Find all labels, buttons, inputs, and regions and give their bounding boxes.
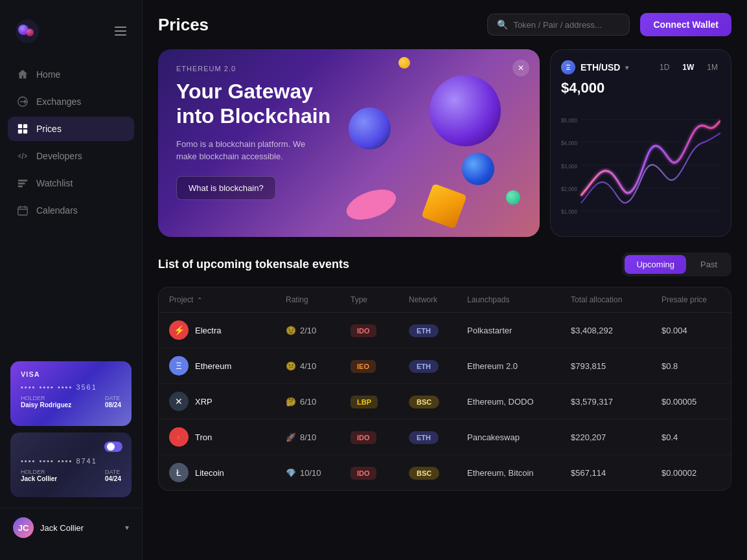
eth-icon: Ξ xyxy=(561,60,575,74)
rating-value: 8/10 xyxy=(300,432,316,442)
type-cell: IEO xyxy=(351,360,409,372)
project-name: Litecoin xyxy=(195,468,224,478)
chevron-down-icon: ▾ xyxy=(125,523,129,532)
sidebar-item-exchanges[interactable]: Exchanges xyxy=(8,89,134,114)
search-icon: 🔍 xyxy=(497,19,508,30)
table-body: ⚡ Electra 😟 2/10 IDO ETH Polkastarter $3… xyxy=(159,313,731,490)
project-cell: ⚡ Electra xyxy=(169,320,286,340)
launchpads-cell: Polkastarter xyxy=(467,326,571,335)
project-name: Electra xyxy=(195,326,221,335)
card-section: VISA •••• •••• •••• 3561 Holder Daisy Ro… xyxy=(0,351,142,508)
network-badge: ETH xyxy=(409,360,439,373)
chart-svg: $5,000 $4,000 $3,000 $2,000 $1,000 xyxy=(561,104,720,226)
type-badge: IEO xyxy=(351,360,376,373)
chart-timeframes: 1D 1W 1M xyxy=(657,62,720,73)
table-row[interactable]: ✕ XRP 🤔 6/10 LBP BSC Ethereum, DODO $3,5… xyxy=(159,384,731,420)
svg-rect-11 xyxy=(18,207,27,216)
card-holder-value-2: Jack Collier xyxy=(21,475,57,482)
card-date-label-2: Date xyxy=(105,469,121,475)
rating-cell: 💎 10/10 xyxy=(286,468,351,478)
menu-icon[interactable] xyxy=(115,27,126,36)
yellow-dot-shape xyxy=(506,190,520,205)
card-toggle-2[interactable] xyxy=(104,442,122,452)
watchlist-icon xyxy=(17,177,29,189)
table-row[interactable]: ⚡ Electra 😟 2/10 IDO ETH Polkastarter $3… xyxy=(159,313,731,348)
th-total-allocation: Total allocation xyxy=(571,295,661,304)
type-cell: IDO xyxy=(351,324,409,336)
calendars-icon xyxy=(17,205,29,216)
toggle-tabs: Upcoming Past xyxy=(622,252,731,276)
chart-card: Ξ ETH/USD ▾ 1D 1W 1M $4,000 xyxy=(550,49,731,237)
hero-cta-button[interactable]: What is blockchain? xyxy=(176,176,276,200)
tf-1d[interactable]: 1D xyxy=(657,62,672,73)
th-presale-price: Presale price xyxy=(661,295,731,304)
table-row[interactable]: Ł Litecoin 💎 10/10 IDO BSC Ethereum, Bit… xyxy=(159,455,731,490)
sidebar-item-developers-label: Developers xyxy=(36,151,82,161)
app-logo-icon xyxy=(16,19,39,43)
total-allocation-cell: $567,114 xyxy=(571,468,661,478)
tf-1m[interactable]: 1M xyxy=(704,62,720,73)
sidebar-item-home[interactable]: Home xyxy=(8,62,134,87)
search-input[interactable] xyxy=(513,20,620,30)
table-row[interactable]: Ξ Ethereum 😕 4/10 IEO ETH Ethereum 2.0 $… xyxy=(159,348,731,384)
type-badge: IDO xyxy=(351,431,376,444)
sidebar-user[interactable]: JC Jack Collier ▾ xyxy=(0,508,142,547)
card-date-group-2: Date 04/24 xyxy=(105,469,121,482)
network-cell: ETH xyxy=(409,324,467,336)
th-launchpads: Launchpads xyxy=(467,295,571,304)
launchpads-cell: Ethereum, DODO xyxy=(467,397,571,407)
chart-pair: Ξ ETH/USD ▾ xyxy=(561,60,628,74)
project-cell: 🔺 Tron xyxy=(169,427,286,447)
network-cell: ETH xyxy=(409,360,467,372)
card-holder-label-1: Holder xyxy=(21,395,71,401)
presale-price-cell: $0.4 xyxy=(661,432,731,442)
home-icon xyxy=(17,69,29,80)
header: Prices 🔍 Connect Wallet xyxy=(158,13,731,36)
svg-point-2 xyxy=(26,28,34,36)
svg-text:$3,000: $3,000 xyxy=(561,162,577,170)
rating-value: 2/10 xyxy=(300,326,316,335)
table-section: List of upcoming tokensale events Upcomi… xyxy=(158,252,731,547)
sidebar-item-developers[interactable]: Developers xyxy=(8,144,134,168)
sidebar-item-watchlist-label: Watchlist xyxy=(36,178,73,188)
network-badge: BSC xyxy=(409,467,439,480)
developers-icon xyxy=(17,150,29,162)
launchpads-cell: Pancakeswap xyxy=(467,432,571,442)
project-icon: Ł xyxy=(169,463,189,482)
sidebar-item-watchlist[interactable]: Watchlist xyxy=(8,171,134,196)
rating-value: 4/10 xyxy=(300,361,316,371)
tab-past[interactable]: Past xyxy=(689,255,729,274)
rating-cell: 🚀 8/10 xyxy=(286,432,351,442)
card-date-value-2: 04/24 xyxy=(105,475,121,482)
project-icon: Ξ xyxy=(169,356,189,375)
sidebar-item-prices[interactable]: Prices xyxy=(8,117,134,141)
search-bar[interactable]: 🔍 xyxy=(487,14,630,36)
rating-emoji: 🤔 xyxy=(286,397,296,407)
network-badge: ETH xyxy=(409,431,439,444)
connect-wallet-button[interactable]: Connect Wallet xyxy=(640,13,731,36)
table-header: List of upcoming tokensale events Upcomi… xyxy=(158,252,731,276)
med-sphere-shape xyxy=(349,107,391,150)
svg-rect-6 xyxy=(18,129,22,133)
chart-header: Ξ ETH/USD ▾ 1D 1W 1M xyxy=(561,60,720,74)
sidebar-item-calendars[interactable]: Calendars xyxy=(8,198,134,223)
tab-upcoming[interactable]: Upcoming xyxy=(625,255,686,274)
table-row[interactable]: 🔺 Tron 🚀 8/10 IDO ETH Pancakeswap $220,2… xyxy=(159,420,731,455)
visa-card-1[interactable]: VISA •••• •••• •••• 3561 Holder Daisy Ro… xyxy=(10,361,132,426)
total-allocation-cell: $220,207 xyxy=(571,432,661,442)
card-number-2: •••• •••• •••• 8741 xyxy=(21,457,121,465)
project-cell: ✕ XRP xyxy=(169,392,286,411)
orange-dot-shape xyxy=(398,57,410,69)
svg-text:$1,000: $1,000 xyxy=(561,208,577,216)
visa-card-2[interactable]: •••• •••• •••• 8741 Holder Jack Collier … xyxy=(10,432,132,497)
rating-emoji: 💎 xyxy=(286,468,296,478)
rating-value: 6/10 xyxy=(300,397,316,407)
pink-blob-shape xyxy=(343,184,400,226)
project-name: XRP xyxy=(195,397,213,407)
tf-1w[interactable]: 1W xyxy=(680,62,696,73)
svg-rect-8 xyxy=(18,180,27,182)
type-cell: IDO xyxy=(351,431,409,443)
small-sphere-shape xyxy=(462,153,494,185)
project-icon: ✕ xyxy=(169,392,189,411)
network-cell: ETH xyxy=(409,431,467,443)
